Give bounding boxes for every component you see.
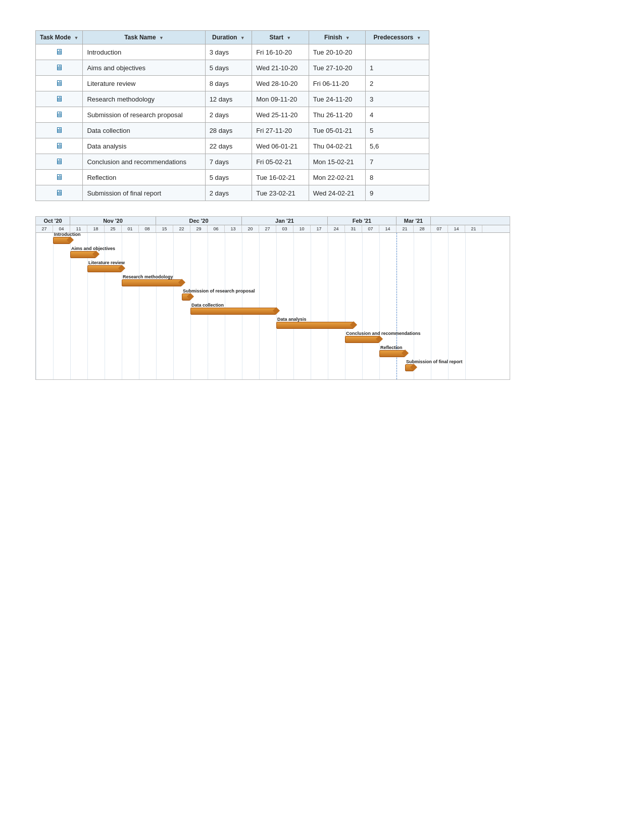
task-name-cell: Submission of research proposal xyxy=(83,107,205,123)
task-duration-cell: 5 days xyxy=(205,170,252,185)
gantt-week-label: 01 xyxy=(122,225,139,232)
table-row: 🖥︎ Submission of final report 2 days Tue… xyxy=(36,185,429,201)
task-mode-cell: 🖥︎ xyxy=(36,170,83,185)
task-predecessors-cell: 3 xyxy=(366,91,429,107)
task-duration-cell: 8 days xyxy=(205,76,252,91)
task-predecessors-cell: 5,6 xyxy=(366,138,429,154)
task-duration-cell: 22 days xyxy=(205,138,252,154)
gantt-bar-label: Research methodology xyxy=(122,274,173,279)
task-start-cell: Tue 23-02-21 xyxy=(252,185,309,201)
task-table-section: Task Mode ▼ Task Name ▼ Duration ▼ Start… xyxy=(20,30,624,201)
task-mode-icon: 🖥︎ xyxy=(55,79,63,87)
col-header-finish[interactable]: Finish ▼ xyxy=(309,31,365,44)
task-start-cell: Fri 16-10-20 xyxy=(252,44,309,60)
table-row: 🖥︎ Submission of research proposal 2 day… xyxy=(36,107,429,123)
gantt-row: Conclusion and recommendations xyxy=(36,332,482,346)
task-start-cell: Fri 05-02-21 xyxy=(252,154,309,170)
gantt-week-label: 25 xyxy=(105,225,122,232)
task-predecessors-cell: 7 xyxy=(366,154,429,170)
gantt-section: Oct '20Nov '20Dec '20Jan '21Feb '21Mar '… xyxy=(35,216,624,380)
task-mode-cell: 🖥︎ xyxy=(36,138,83,154)
gantt-bar xyxy=(276,322,354,329)
gantt-month-label: Nov '20 xyxy=(70,217,156,225)
gantt-row: Aims and objectives xyxy=(36,247,482,261)
col-header-start[interactable]: Start ▼ xyxy=(252,31,309,44)
task-mode-icon: 🖥︎ xyxy=(55,94,63,103)
task-predecessors-cell: 5 xyxy=(366,123,429,138)
table-row: 🖥︎ Research methodology 12 days Mon 09-1… xyxy=(36,91,429,107)
task-start-cell: Wed 28-10-20 xyxy=(252,76,309,91)
task-start-cell: Fri 27-11-20 xyxy=(252,123,309,138)
gantt-month-label: Oct '20 xyxy=(36,217,70,225)
sort-arrow-name: ▼ xyxy=(159,35,164,40)
task-start-cell: Mon 09-11-20 xyxy=(252,91,309,107)
gantt-week-label: 03 xyxy=(276,225,293,232)
col-header-task-mode[interactable]: Task Mode ▼ xyxy=(36,31,83,44)
gantt-week-label: 17 xyxy=(311,225,328,232)
task-start-cell: Wed 21-10-20 xyxy=(252,60,309,76)
gantt-week-header: 2704111825010815222906132027031017243107… xyxy=(36,225,510,233)
task-duration-cell: 5 days xyxy=(205,60,252,76)
task-mode-cell: 🖥︎ xyxy=(36,123,83,138)
gantt-bar xyxy=(87,265,122,272)
task-duration-cell: 12 days xyxy=(205,91,252,107)
task-predecessors-cell: 9 xyxy=(366,185,429,201)
task-name-cell: Data analysis xyxy=(83,138,205,154)
task-finish-cell: Tue 27-10-20 xyxy=(309,60,365,76)
gantt-week-label: 15 xyxy=(156,225,173,232)
task-mode-cell: 🖥︎ xyxy=(36,91,83,107)
task-predecessors-cell: 4 xyxy=(366,107,429,123)
gantt-week-label: 13 xyxy=(225,225,242,232)
gantt-week-label: 10 xyxy=(293,225,311,232)
task-mode-cell: 🖥︎ xyxy=(36,185,83,201)
gantt-bar xyxy=(122,279,182,286)
gantt-month-label: Jan '21 xyxy=(242,217,328,225)
table-row: 🖥︎ Reflection 5 days Tue 16-02-21 Mon 22… xyxy=(36,170,429,185)
task-mode-icon: 🖥︎ xyxy=(55,188,63,197)
gantt-week-label: 27 xyxy=(259,225,276,232)
task-finish-cell: Wed 24-02-21 xyxy=(309,185,365,201)
task-name-cell: Submission of final report xyxy=(83,185,205,201)
gantt-bar-label: Conclusion and recommendations xyxy=(345,331,421,336)
col-header-predecessors[interactable]: Predecessors ▼ xyxy=(366,31,429,44)
task-finish-cell: Mon 15-02-21 xyxy=(309,154,365,170)
task-duration-cell: 2 days xyxy=(205,107,252,123)
task-name-cell: Research methodology xyxy=(83,91,205,107)
table-row: 🖥︎ Introduction 3 days Fri 16-10-20 Tue … xyxy=(36,44,429,60)
gantt-week-label: 18 xyxy=(87,225,105,232)
task-table: Task Mode ▼ Task Name ▼ Duration ▼ Start… xyxy=(35,30,429,201)
gantt-week-label: 14 xyxy=(379,225,397,232)
task-mode-cell: 🖥︎ xyxy=(36,154,83,170)
gantt-month-label: Mar '21 xyxy=(397,217,431,225)
gantt-week-label: 08 xyxy=(139,225,156,232)
task-name-cell: Data collection xyxy=(83,123,205,138)
gantt-row: Research methodology xyxy=(36,275,482,289)
gantt-row: Reflection xyxy=(36,346,482,360)
task-start-cell: Wed 06-01-21 xyxy=(252,138,309,154)
gantt-row: Literature review xyxy=(36,261,482,275)
task-mode-cell: 🖥︎ xyxy=(36,44,83,60)
gantt-bar xyxy=(70,251,96,258)
gantt-bar-label: Submission of research proposal xyxy=(182,288,255,293)
gantt-week-label: 14 xyxy=(448,225,465,232)
task-mode-cell: 🖥︎ xyxy=(36,107,83,123)
col-header-task-name[interactable]: Task Name ▼ xyxy=(83,31,205,44)
gantt-week-label: 27 xyxy=(36,225,53,232)
task-finish-cell: Thu 26-11-20 xyxy=(309,107,365,123)
gantt-week-label: 31 xyxy=(345,225,362,232)
sort-arrow-predecessors: ▼ xyxy=(417,35,421,40)
col-header-duration[interactable]: Duration ▼ xyxy=(205,31,252,44)
table-row: 🖥︎ Conclusion and recommendations 7 days… xyxy=(36,154,429,170)
task-predecessors-cell: 2 xyxy=(366,76,429,91)
task-mode-icon: 🖥︎ xyxy=(55,63,63,72)
task-finish-cell: Tue 24-11-20 xyxy=(309,91,365,107)
task-mode-icon: 🖥︎ xyxy=(55,110,63,119)
gantt-bar-label: Literature review xyxy=(87,260,125,265)
gantt-week-label: 24 xyxy=(328,225,345,232)
gantt-week-label: 11 xyxy=(70,225,87,232)
gantt-container: Oct '20Nov '20Dec '20Jan '21Feb '21Mar '… xyxy=(35,216,510,380)
gantt-month-header: Oct '20Nov '20Dec '20Jan '21Feb '21Mar '… xyxy=(36,217,510,225)
table-row: 🖥︎ Data analysis 22 days Wed 06-01-21 Th… xyxy=(36,138,429,154)
gantt-bar-label: Data analysis xyxy=(276,317,307,322)
gantt-row: Data analysis xyxy=(36,318,482,332)
